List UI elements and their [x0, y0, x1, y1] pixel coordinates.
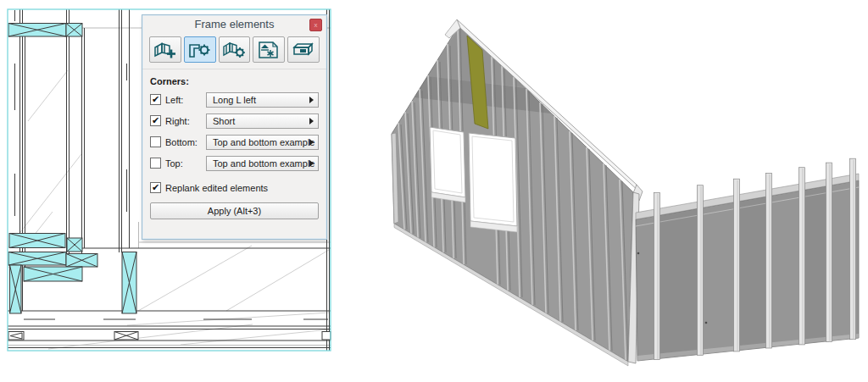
top-checkbox[interactable] — [150, 158, 161, 169]
corner-row-top: Top: Top and bottom example — [150, 156, 319, 171]
replank-checkbox[interactable]: ✔ — [150, 182, 161, 193]
top-corner-value: Top and bottom example — [213, 158, 314, 169]
corner-settings-button[interactable] — [184, 36, 216, 63]
window-opening-right — [469, 133, 517, 232]
3d-model-view[interactable] — [364, 0, 868, 382]
replank-label: Replank edited elements — [165, 183, 268, 193]
replank-button[interactable] — [287, 36, 320, 63]
flyout-arrow-icon — [309, 160, 314, 167]
apply-button[interactable]: Apply (Alt+3) — [150, 202, 319, 219]
frame-elements-dialog: Frame elements x — [142, 14, 327, 240]
add-frame-icon — [153, 41, 177, 59]
add-frame-elements-button[interactable] — [149, 36, 181, 63]
dialog-toolbar — [142, 34, 326, 69]
plank-cut-icon — [257, 41, 281, 59]
corner-settings-icon — [188, 41, 212, 59]
right-label: Right: — [165, 116, 190, 126]
flyout-arrow-icon — [309, 118, 314, 125]
app-window: Frame elements x — [0, 0, 868, 382]
corners-label: Corners: — [150, 76, 319, 86]
window-opening-left — [430, 127, 465, 202]
right-checkbox[interactable]: ✔ — [150, 115, 161, 126]
frame-settings-button[interactable] — [219, 36, 251, 63]
left-corner-value: Long L left — [213, 95, 256, 105]
side-wall — [636, 158, 859, 361]
replank-row: ✔ Replank edited elements — [150, 180, 319, 196]
bottom-checkbox[interactable] — [150, 136, 161, 147]
flyout-arrow-icon — [309, 97, 314, 103]
corner-row-left: ✔ Left: Long L left — [150, 92, 319, 108]
top-corner-dropdown[interactable]: Top and bottom example — [206, 156, 319, 171]
bottom-label: Bottom: — [165, 137, 198, 147]
right-corner-dropdown[interactable]: Short — [206, 113, 319, 129]
plank-joint-markers — [8, 332, 331, 340]
corner-row-right: ✔ Right: Short — [150, 113, 319, 129]
selected-frame-elements[interactable] — [8, 24, 136, 314]
dialog-title: Frame elements — [195, 18, 275, 30]
corner-row-bottom: Bottom: Top and bottom example — [150, 135, 319, 150]
left-label: Left: — [165, 95, 183, 105]
plank-cut-button[interactable] — [253, 36, 285, 63]
right-corner-value: Short — [213, 116, 235, 126]
flyout-arrow-icon — [309, 139, 314, 146]
bottom-corner-dropdown[interactable]: Top and bottom example — [206, 135, 319, 150]
replank-icon — [292, 41, 315, 59]
frame-settings-icon — [222, 41, 246, 59]
left-checkbox[interactable]: ✔ — [150, 94, 161, 105]
close-icon: x — [314, 21, 318, 29]
left-corner-dropdown[interactable]: Long L left — [206, 92, 319, 108]
close-button[interactable]: x — [309, 19, 322, 31]
bottom-corner-value: Top and bottom example — [213, 137, 314, 147]
top-label: Top: — [165, 158, 183, 169]
dialog-title-bar[interactable]: Frame elements x — [142, 15, 326, 34]
